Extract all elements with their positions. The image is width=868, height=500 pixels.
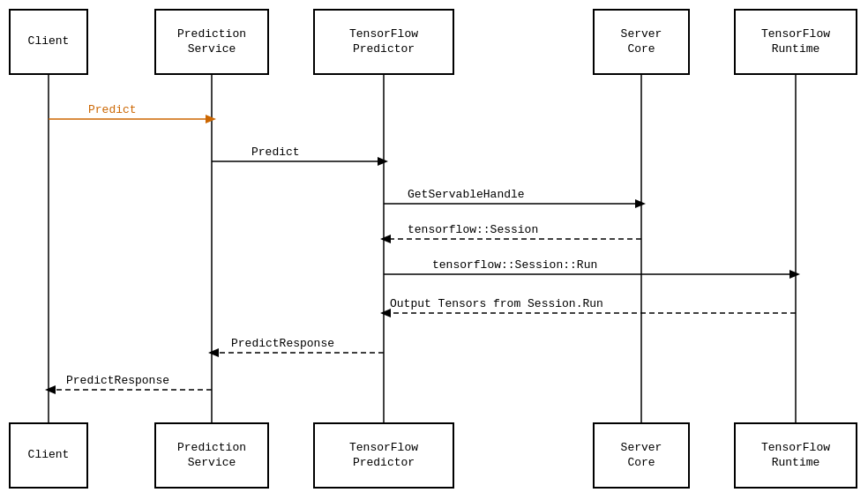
svg-text:Predict: Predict [88, 103, 137, 116]
actor-tensorflow-runtime-bottom: TensorFlowRuntime [734, 422, 857, 489]
sequence-diagram: Predict Predict GetServableHandle tensor… [0, 0, 868, 500]
svg-marker-12 [635, 199, 646, 208]
actor-client-top: Client [9, 9, 88, 75]
svg-text:PredictResponse: PredictResponse [231, 337, 334, 350]
svg-text:Output Tensors from Session.Ru: Output Tensors from Session.Run [390, 297, 603, 310]
actor-tensorflow-predictor-top: TensorFlow Predictor [313, 9, 454, 75]
actor-tensorflow-predictor-bottom: TensorFlow Predictor [313, 422, 454, 489]
svg-marker-27 [45, 385, 56, 394]
svg-text:GetServableHandle: GetServableHandle [408, 188, 525, 201]
svg-text:tensorflow::Session::Run: tensorflow::Session::Run [432, 258, 597, 272]
actor-server-core-top: ServerCore [593, 9, 690, 75]
svg-marker-15 [380, 235, 391, 243]
svg-marker-24 [208, 348, 219, 357]
actor-client-bottom: Client [9, 422, 88, 489]
svg-marker-9 [378, 157, 388, 166]
actor-server-core-bottom: ServerCore [593, 422, 690, 489]
svg-text:PredictResponse: PredictResponse [66, 374, 169, 387]
actor-prediction-service-bottom: PredictionService [154, 422, 269, 489]
svg-marker-18 [789, 270, 800, 279]
actor-prediction-service-top: PredictionService [154, 9, 269, 75]
svg-text:Predict: Predict [251, 146, 300, 159]
actor-tensorflow-runtime-top: TensorFlowRuntime [734, 9, 857, 75]
svg-marker-6 [206, 115, 216, 123]
svg-text:tensorflow::Session: tensorflow::Session [408, 223, 538, 236]
